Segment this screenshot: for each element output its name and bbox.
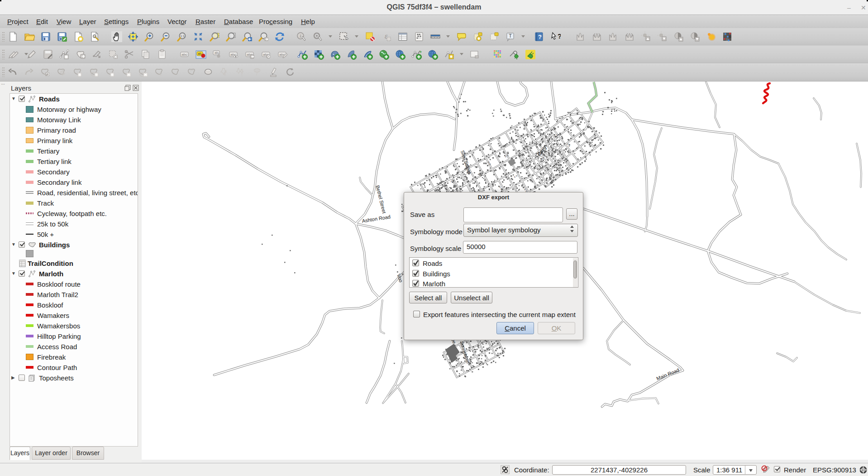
- svg-text:i: i: [300, 34, 301, 38]
- svg-text:a a: a a: [513, 174, 518, 178]
- svg-text:ab: ab: [198, 52, 201, 55]
- svg-text:+: +: [420, 50, 422, 54]
- svg-text:T: T: [509, 33, 512, 38]
- svg-text:abc: abc: [181, 53, 187, 57]
- svg-text:?: ?: [538, 34, 542, 40]
- svg-text:Main Road: Main Road: [656, 367, 680, 381]
- svg-text:Ashton Road: Ashton Road: [362, 214, 391, 224]
- svg-text:Bethel Street: Bethel Street: [375, 185, 387, 214]
- svg-text:?: ?: [558, 32, 561, 40]
- svg-text:1:1: 1:1: [180, 34, 185, 38]
- svg-text:ab: ab: [215, 51, 218, 54]
- svg-text:Steil Street: Steil Street: [460, 149, 472, 174]
